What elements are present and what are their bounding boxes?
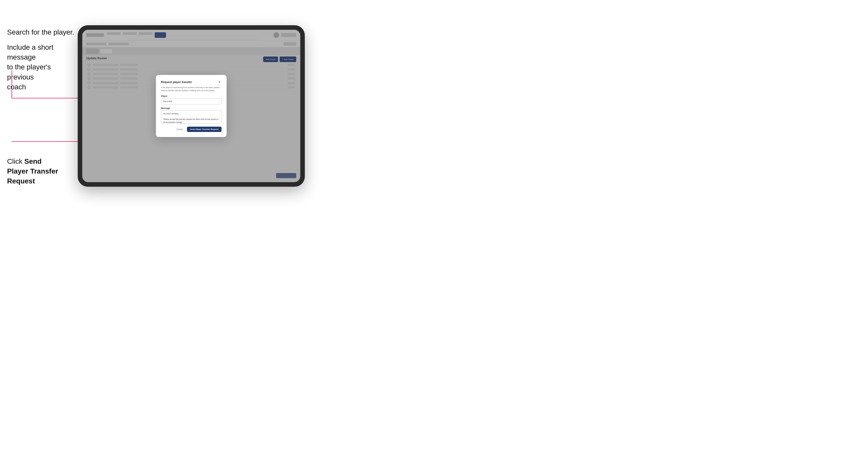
modal-actions: Cancel Send Player Transfer Request: [161, 127, 221, 132]
message-textarea-value: Hi Coach McHarg,Please accept this trans…: [163, 113, 218, 123]
modal-close-button[interactable]: ✕: [217, 80, 221, 84]
player-input[interactable]: Rees Britt: [161, 98, 221, 104]
player-input-value: Rees Britt: [163, 100, 172, 102]
annotation-message: Include a short messageto the player's p…: [7, 42, 75, 92]
tablet-device: Update Roster Add Player + Add Player: [78, 25, 305, 187]
send-transfer-button[interactable]: Send Player Transfer Request: [187, 127, 221, 132]
arrow-line-search-vertical: [11, 71, 12, 98]
modal-description: If the player is transferring from anoth…: [161, 86, 221, 92]
annotation-click: Click Send Player Transfer Request: [7, 156, 63, 186]
message-textarea[interactable]: Hi Coach McHarg,Please accept this trans…: [161, 111, 221, 124]
modal-header: Request player transfer ✕: [161, 80, 221, 84]
modal-dialog: Request player transfer ✕ If the player …: [156, 75, 226, 137]
tablet-screen: Update Roster Add Player + Add Player: [82, 30, 300, 182]
cancel-button[interactable]: Cancel: [175, 127, 185, 131]
player-label: Player: [161, 95, 221, 97]
annotation-search: Search for the player.: [7, 27, 74, 37]
message-label: Message: [161, 107, 221, 110]
modal-overlay: Request player transfer ✕ If the player …: [82, 30, 300, 182]
modal-title: Request player transfer: [161, 81, 192, 84]
